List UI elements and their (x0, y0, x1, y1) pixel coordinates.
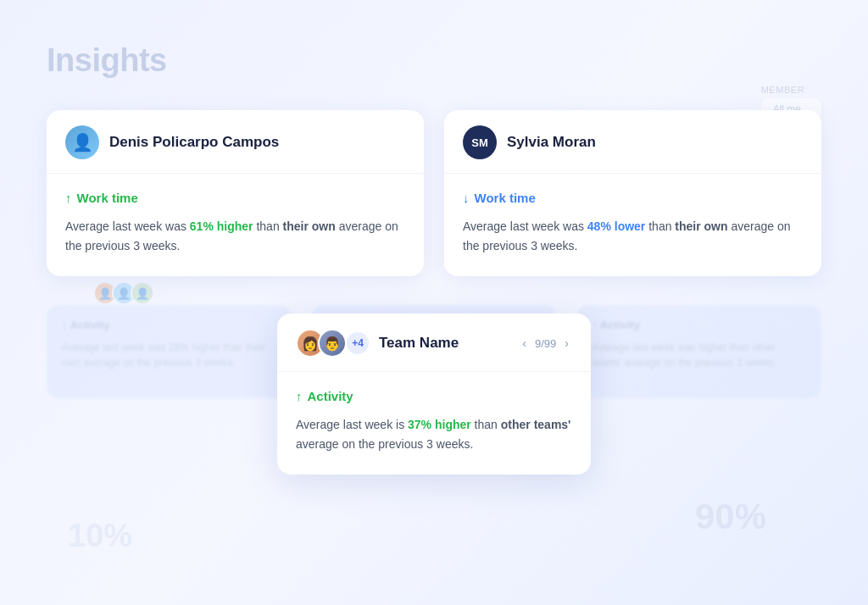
desc-highlight-sylvia: 48% lower (587, 219, 645, 233)
card-body-sylvia: Work time Average last week was 48% lowe… (444, 174, 821, 276)
card-name-sylvia: Sylvia Moran (507, 134, 596, 151)
bg-avatar-3: 👤 (131, 281, 154, 305)
avatar-denis: 👤 (65, 125, 99, 159)
arrow-up-icon-denis (65, 191, 72, 205)
team-card-wrapper: 👩 👨 +4 Team Name ‹ 9/99 › Activity Avera… (277, 314, 591, 475)
bg-avatar-cluster: 👤 👤 👤 (93, 281, 149, 305)
team-desc-highlight: 37% higher (408, 418, 471, 431)
card-name-denis: Denis Policarpo Campos (109, 134, 279, 151)
blurred-text-3: Average last week was higher than other … (592, 340, 806, 370)
filter-label: MEMBER (761, 85, 821, 95)
team-card-body: Activity Average last week is 37% higher… (277, 372, 591, 475)
team-desc-mid: than (471, 418, 501, 431)
arrow-up-icon-team (296, 389, 303, 403)
bg-percent-2: 10% (68, 518, 132, 554)
team-desc-suffix: average on the previous 3 weeks. (296, 437, 473, 451)
card-description-sylvia: Average last week was 48% lower than the… (463, 217, 803, 256)
desc-bold-denis: their own (283, 219, 336, 233)
team-desc-bold: other teams' (501, 418, 571, 431)
desc-highlight-denis: 61% higher (190, 219, 253, 233)
desc-prefix-denis: Average last week was (65, 219, 190, 233)
pagination-next-button[interactable]: › (561, 335, 572, 352)
card-header-denis: 👤 Denis Policarpo Campos (47, 110, 424, 174)
desc-bold-sylvia: their own (675, 219, 727, 233)
card-description-denis: Average last week was 61% higher than th… (65, 217, 405, 256)
team-count-badge: +4 (345, 330, 370, 356)
team-avatar-2: 👨 (318, 329, 347, 358)
team-metric-label: Activity (296, 389, 572, 403)
arrow-down-icon-sylvia (463, 191, 470, 205)
insight-card-denis: 👤 Denis Policarpo Campos Work time Avera… (47, 110, 424, 276)
metric-text-denis: Work time (77, 191, 138, 205)
team-avatars: 👩 👨 +4 (296, 329, 370, 358)
desc-mid-denis: than (253, 219, 283, 233)
desc-mid-sylvia: than (645, 219, 675, 233)
metric-label-denis: Work time (65, 191, 405, 205)
team-name: Team Name (379, 335, 510, 352)
blurred-card-1: ↑ Activity Average last week was 28% hig… (47, 305, 292, 398)
insight-card-sylvia: SM Sylvia Moran Work time Average last w… (444, 110, 821, 276)
team-desc-prefix: Average last week is (296, 418, 408, 431)
blurred-metric-3: ↑ Activity (592, 319, 806, 331)
desc-prefix-sylvia: Average last week was (463, 219, 587, 233)
avatar-sylvia: SM (463, 125, 497, 159)
team-card-header: 👩 👨 +4 Team Name ‹ 9/99 › (277, 314, 591, 372)
pagination-prev-button[interactable]: ‹ (519, 335, 530, 352)
metric-label-sylvia: Work time (463, 191, 803, 205)
bg-percent-1: 90% (695, 497, 766, 537)
metric-text-sylvia: Work time (475, 191, 536, 205)
team-metric-text: Activity (308, 389, 353, 403)
card-header-sylvia: SM Sylvia Moran (444, 110, 821, 174)
blurred-metric-1: ↑ Activity (62, 319, 276, 331)
blurred-card-3: ↑ Activity Average last week was higher … (576, 305, 821, 398)
team-description: Average last week is 37% higher than oth… (296, 415, 572, 454)
card-body-denis: Work time Average last week was 61% high… (47, 174, 424, 276)
pagination: ‹ 9/99 › (519, 335, 572, 352)
team-card: 👩 👨 +4 Team Name ‹ 9/99 › Activity Avera… (277, 314, 591, 475)
blurred-text-1: Average last week was 28% higher than th… (62, 340, 276, 370)
page-title: Insights (47, 42, 167, 79)
pagination-current: 9/99 (535, 337, 556, 350)
